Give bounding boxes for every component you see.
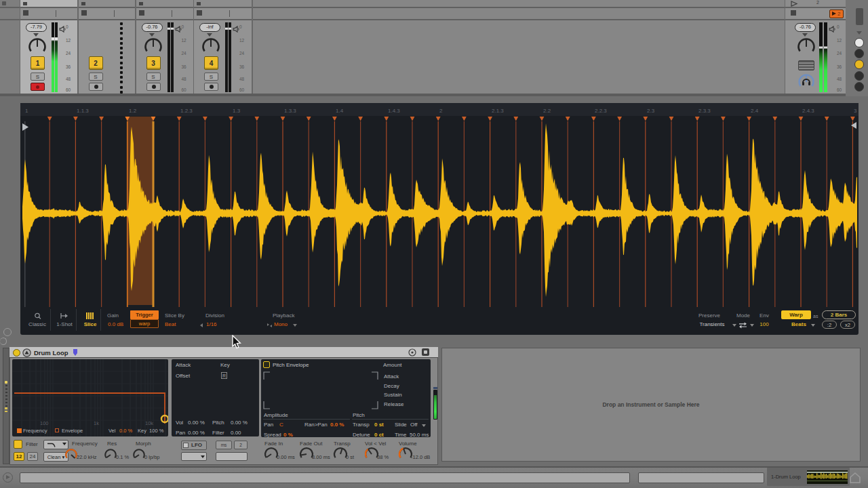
svg-text:1k: 1k (94, 420, 99, 426)
svg-text:1.3: 1.3 (233, 108, 241, 114)
svg-text:100: 100 (40, 420, 49, 426)
svg-text:2.3.3: 2.3.3 (698, 108, 711, 114)
svg-text:1: 1 (25, 108, 28, 114)
svg-text:2.2: 2.2 (543, 108, 551, 114)
svg-text:1.2: 1.2 (129, 108, 137, 114)
svg-text:1.1.3: 1.1.3 (77, 108, 89, 114)
svg-text:2: 2 (439, 108, 443, 114)
svg-text:1.3.3: 1.3.3 (284, 108, 296, 114)
svg-text:2.2.3: 2.2.3 (595, 108, 607, 114)
svg-text:1.2.3: 1.2.3 (180, 108, 193, 114)
svg-text:2.4.3: 2.4.3 (802, 108, 814, 114)
svg-text:1.4: 1.4 (336, 108, 344, 114)
svg-text:1.4.3: 1.4.3 (388, 108, 400, 114)
svg-text:2.3: 2.3 (647, 108, 655, 114)
svg-text:3: 3 (854, 108, 857, 114)
svg-text:10k: 10k (145, 420, 153, 426)
svg-text:2.1.3: 2.1.3 (492, 108, 504, 114)
svg-text:2.4: 2.4 (751, 108, 759, 114)
